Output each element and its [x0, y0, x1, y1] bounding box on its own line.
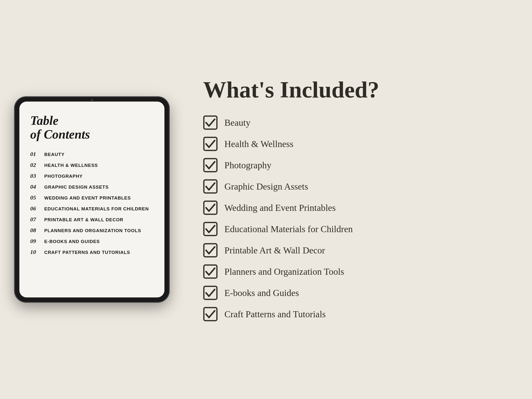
toc-label: HEALTH & WELLNESS — [44, 163, 98, 168]
check-icon — [203, 307, 218, 321]
tablet-device: Table of Contents 01 BEAUTY 02 HEALTH & … — [15, 97, 169, 302]
toc-number: 10 — [30, 249, 40, 255]
checklist: Beauty Health & Wellness Photography — [203, 115, 513, 321]
toc-number: 03 — [30, 173, 40, 179]
checklist-item: E-books and Guides — [203, 286, 513, 300]
toc-item: 09 E-BOOKS AND GUIDES — [30, 238, 154, 244]
toc-item: 05 WEDDING AND EVENT PRINTABLES — [30, 194, 154, 201]
checklist-label: E-books and Guides — [224, 288, 299, 298]
checklist-label: Educational Materials for Children — [224, 224, 353, 234]
check-icon — [203, 264, 218, 279]
tablet-screen: Table of Contents 01 BEAUTY 02 HEALTH & … — [19, 102, 164, 297]
tablet-section: Table of Contents 01 BEAUTY 02 HEALTH & … — [0, 82, 184, 317]
checklist-label: Printable Art & Wall Decor — [224, 245, 325, 256]
toc-item: 06 EDUCATIONAL MATERIALS FOR CHILDREN — [30, 205, 154, 212]
toc-item: 04 GRAPHIC DESIGN ASSETS — [30, 184, 154, 190]
checklist-label: Planners and Organization Tools — [224, 266, 344, 277]
toc-label: WEDDING AND EVENT PRINTABLES — [44, 195, 131, 201]
toc-label: PLANNERS AND ORGANIZATION TOOLS — [44, 228, 141, 233]
check-icon — [203, 286, 218, 300]
toc-label: PHOTOGRAPHY — [44, 174, 83, 179]
toc-number: 08 — [30, 227, 40, 234]
toc-item: 01 BEAUTY — [30, 151, 154, 157]
toc-title: Table of Contents — [30, 114, 154, 141]
main-heading: What's Included? — [203, 78, 513, 102]
check-icon — [203, 158, 218, 172]
check-icon — [203, 200, 218, 215]
toc-item: 07 PRINTABLE ART & WALL DECOR — [30, 216, 154, 223]
check-icon — [203, 115, 218, 130]
checklist-label: Beauty — [224, 117, 251, 128]
checklist-label: Wedding and Event Printables — [224, 202, 336, 213]
checklist-item: Wedding and Event Printables — [203, 200, 513, 215]
checklist-label: Health & Wellness — [224, 139, 293, 149]
toc-number: 04 — [30, 184, 40, 190]
toc-item: 03 PHOTOGRAPHY — [30, 173, 154, 179]
checklist-item: Educational Materials for Children — [203, 222, 513, 236]
toc-number: 05 — [30, 194, 40, 201]
check-icon — [203, 243, 218, 258]
toc-item: 08 PLANNERS AND ORGANIZATION TOOLS — [30, 227, 154, 234]
toc-label: E-BOOKS AND GUIDES — [44, 239, 100, 244]
checklist-item: Graphic Design Assets — [203, 179, 513, 194]
checklist-item: Beauty — [203, 115, 513, 130]
checklist-item: Health & Wellness — [203, 137, 513, 151]
toc-label: GRAPHIC DESIGN ASSETS — [44, 185, 109, 190]
toc-label: BEAUTY — [44, 152, 65, 157]
toc-item: 02 HEALTH & WELLNESS — [30, 162, 154, 168]
toc-item: 10 CRAFT PATTERNS AND TUTORIALS — [30, 249, 154, 255]
checklist-item: Craft Patterns and Tutorials — [203, 307, 513, 321]
checklist-item: Planners and Organization Tools — [203, 264, 513, 279]
check-icon — [203, 137, 218, 151]
toc-number: 06 — [30, 205, 40, 212]
checklist-label: Graphic Design Assets — [224, 181, 308, 192]
checklist-label: Photography — [224, 160, 271, 170]
toc-number: 09 — [30, 238, 40, 244]
checklist-label: Craft Patterns and Tutorials — [224, 309, 326, 319]
checklist-item: Photography — [203, 158, 513, 172]
checklist-item: Printable Art & Wall Decor — [203, 243, 513, 258]
toc-number: 07 — [30, 216, 40, 223]
toc-list: 01 BEAUTY 02 HEALTH & WELLNESS 03 PHOTOG… — [30, 151, 154, 255]
check-icon — [203, 222, 218, 236]
toc-label: CRAFT PATTERNS AND TUTORIALS — [44, 250, 130, 255]
toc-label: EDUCATIONAL MATERIALS FOR CHILDREN — [44, 206, 149, 212]
check-icon — [203, 179, 218, 194]
toc-number: 01 — [30, 151, 40, 157]
toc-number: 02 — [30, 162, 40, 168]
toc-label: PRINTABLE ART & WALL DECOR — [44, 217, 123, 222]
right-section: What's Included? Beauty Health & Wellnes… — [184, 63, 532, 336]
